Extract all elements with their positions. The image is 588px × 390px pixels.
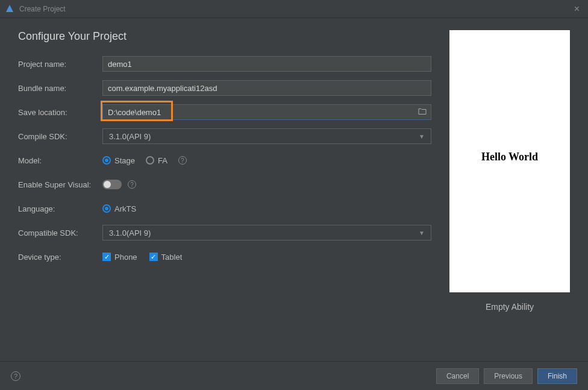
compatible-sdk-label: Compatible SDK: — [18, 228, 102, 237]
model-radio-fa[interactable]: FA — [146, 156, 167, 165]
enable-super-visual-label: Enable Super Visual: — [18, 180, 102, 189]
device-checkbox-tablet[interactable]: ✓ Tablet — [149, 253, 183, 262]
bundle-name-input[interactable] — [102, 80, 431, 96]
titlebar: Create Project × — [0, 0, 588, 18]
compile-sdk-label: Compile SDK: — [18, 132, 102, 141]
radio-icon — [146, 156, 154, 165]
model-option-fa: FA — [158, 156, 167, 165]
preview-caption: Empty Ability — [449, 302, 570, 312]
device-type-label: Device type: — [18, 253, 102, 262]
device-option-tablet: Tablet — [161, 253, 183, 262]
save-location-input[interactable] — [102, 104, 431, 120]
cancel-button[interactable]: Cancel — [436, 368, 479, 384]
model-label: Model: — [18, 156, 102, 165]
row-save-location: Save location: — [18, 104, 431, 120]
row-model: Model: Stage FA ? — [18, 153, 431, 168]
app-logo-icon — [5, 4, 14, 14]
help-icon[interactable]: ? — [11, 371, 20, 381]
row-compile-sdk: Compile SDK: 3.1.0(API 9) ▼ — [18, 128, 431, 144]
radio-icon — [102, 156, 111, 165]
language-radio-arkts[interactable]: ArkTS — [102, 204, 136, 213]
model-radio-stage[interactable]: Stage — [102, 156, 135, 165]
row-compatible-sdk: Compatible SDK: 3.1.0(API 9) ▼ — [18, 225, 431, 241]
language-option-arkts: ArkTS — [114, 204, 136, 213]
enable-super-visual-toggle[interactable] — [102, 180, 122, 189]
compatible-sdk-value: 3.1.0(API 9) — [109, 228, 151, 237]
bundle-name-label: Bundle name: — [18, 84, 102, 93]
row-enable-super-visual: Enable Super Visual: ? — [18, 177, 431, 192]
model-option-stage: Stage — [114, 156, 135, 165]
compile-sdk-select[interactable]: 3.1.0(API 9) ▼ — [102, 128, 431, 144]
checkbox-icon: ✓ — [149, 253, 158, 261]
previous-button[interactable]: Previous — [484, 368, 533, 384]
device-checkbox-phone[interactable]: ✓ Phone — [102, 253, 137, 262]
preview-content-text: Hello World — [481, 151, 538, 163]
row-bundle-name: Bundle name: — [18, 80, 431, 96]
project-name-input[interactable] — [102, 56, 431, 72]
chevron-down-icon: ▼ — [419, 133, 425, 140]
finish-button[interactable]: Finish — [537, 368, 577, 384]
save-location-label: Save location: — [18, 108, 102, 117]
window-title: Create Project — [19, 5, 66, 13]
compile-sdk-value: 3.1.0(API 9) — [109, 132, 151, 141]
row-language: Language: ArkTS — [18, 201, 431, 216]
project-name-label: Project name: — [18, 60, 102, 69]
row-project-name: Project name: — [18, 56, 431, 72]
chevron-down-icon: ▼ — [419, 230, 425, 236]
page-title: Configure Your Project — [18, 30, 431, 43]
footer: ? Cancel Previous Finish — [0, 361, 588, 390]
preview-panel: Hello World — [449, 30, 570, 292]
help-icon[interactable]: ? — [128, 180, 136, 189]
compatible-sdk-select[interactable]: 3.1.0(API 9) ▼ — [102, 225, 431, 241]
device-option-phone: Phone — [114, 253, 137, 262]
row-device-type: Device type: ✓ Phone ✓ Tablet — [18, 249, 431, 265]
help-icon[interactable]: ? — [178, 156, 187, 165]
radio-icon — [102, 204, 111, 213]
checkbox-icon: ✓ — [102, 253, 111, 261]
browse-folder-icon[interactable] — [418, 108, 427, 117]
close-icon[interactable]: × — [571, 4, 583, 14]
language-label: Language: — [18, 204, 102, 213]
